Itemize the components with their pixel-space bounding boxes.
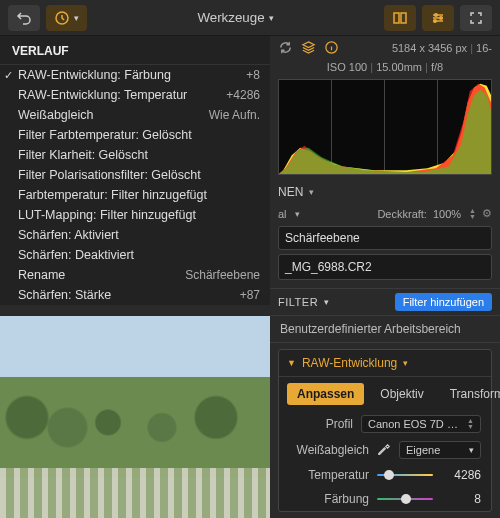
- history-item-value: +87: [240, 288, 260, 302]
- history-item-label: Weißabgleich: [18, 108, 94, 122]
- compare-icon: [392, 10, 408, 26]
- chevron-down-icon[interactable]: ▾: [403, 358, 408, 368]
- add-filter-button[interactable]: Filter hinzufügen: [395, 293, 492, 311]
- history-item-label: Farbtemperatur: Filter hinzugefügt: [18, 188, 207, 202]
- expand-icon: [468, 10, 484, 26]
- image-preview[interactable]: [0, 316, 270, 518]
- history-item-label: RAW-Entwicklung: Temperatur: [18, 88, 187, 102]
- top-toolbar: ▾ Werkzeuge ▾: [0, 0, 500, 36]
- tools-dropdown[interactable]: Werkzeuge ▾: [183, 5, 287, 30]
- tint-row: Färbung 8: [279, 487, 491, 511]
- raw-panel: ▼ RAW-Entwicklung ▾ Anpassen Objektiv Tr…: [278, 349, 492, 512]
- svg-rect-1: [394, 13, 399, 23]
- history-item[interactable]: RAW-Entwicklung: Temperatur+4286: [0, 85, 270, 105]
- tab-adjust[interactable]: Anpassen: [287, 383, 364, 405]
- history-item[interactable]: RAW-Entwicklung: Färbung+8: [0, 65, 270, 85]
- bitdepth-text: 16-: [476, 42, 492, 54]
- wb-value: Eigene: [406, 444, 463, 456]
- temperature-slider[interactable]: [377, 467, 433, 483]
- exif-row: ISO 100 | 15.00mm | f/8: [270, 59, 500, 77]
- refresh-icon[interactable]: [278, 40, 293, 55]
- profile-row: Profil Canon EOS 7D Ca... ▲▼: [279, 411, 491, 437]
- history-title: VERLAUF: [0, 36, 270, 65]
- workspace-row[interactable]: Benutzerdefinierter Arbeitsbereich: [270, 315, 500, 343]
- compare-button[interactable]: [384, 5, 416, 31]
- info-icon[interactable]: [324, 40, 339, 55]
- history-item[interactable]: Schärfen: Deaktiviert: [0, 245, 270, 265]
- svg-point-4: [440, 16, 443, 19]
- chevron-down-icon[interactable]: ▾: [295, 209, 300, 219]
- history-item[interactable]: WeißabgleichWie Aufn.: [0, 105, 270, 125]
- tools-label: Werkzeuge: [197, 10, 264, 25]
- histogram-svg: [279, 80, 491, 174]
- opacity-label: Deckkraft:: [377, 208, 427, 220]
- profile-select[interactable]: Canon EOS 7D Ca... ▲▼: [361, 415, 481, 433]
- chevron-down-icon[interactable]: ▾: [324, 297, 329, 307]
- tint-value: 8: [441, 492, 481, 506]
- aperture-text: f/8: [431, 61, 443, 73]
- layers-section-label: NEN: [278, 185, 303, 199]
- history-item-label: LUT-Mapping: Filter hinzugefügt: [18, 208, 196, 222]
- temperature-value: 4286: [441, 468, 481, 482]
- filename-box[interactable]: _MG_6988.CR2: [278, 254, 492, 280]
- filter-title: FILTER: [278, 296, 318, 308]
- history-item-value: +8: [246, 68, 260, 82]
- wb-select[interactable]: Eigene ▾: [399, 441, 481, 459]
- undo-button[interactable]: [8, 5, 40, 31]
- histogram[interactable]: [278, 79, 492, 175]
- history-item-label: RAW-Entwicklung: Färbung: [18, 68, 171, 82]
- tab-transform[interactable]: Transformi...: [440, 383, 500, 405]
- history-panel: VERLAUF RAW-Entwicklung: Färbung+8RAW-En…: [0, 36, 270, 305]
- profile-label: Profil: [289, 417, 353, 431]
- history-item-label: Filter Polarisationsfilter: Gelöscht: [18, 168, 201, 182]
- history-item[interactable]: Filter Farbtemperatur: Gelöscht: [0, 125, 270, 145]
- history-item-label: Rename: [18, 268, 65, 282]
- profile-value: Canon EOS 7D Ca...: [368, 418, 459, 430]
- layer-name-field[interactable]: [278, 226, 492, 250]
- history-item[interactable]: LUT-Mapping: Filter hinzugefügt: [0, 205, 270, 225]
- tint-slider[interactable]: [377, 491, 433, 507]
- history-item[interactable]: Filter Klarheit: Gelöscht: [0, 145, 270, 165]
- info-row: 5184 x 3456 px | 16-: [270, 36, 500, 59]
- dimensions-text: 5184 x 3456 px: [392, 42, 467, 54]
- sliders-button[interactable]: [422, 5, 454, 31]
- temperature-row: Temperatur 4286: [279, 463, 491, 487]
- history-item[interactable]: Farbtemperatur: Filter hinzugefügt: [0, 185, 270, 205]
- focal-text: 15.00mm: [376, 61, 422, 73]
- undo-icon: [16, 10, 32, 26]
- wb-row: Weißabgleich Eigene ▾: [279, 437, 491, 463]
- svg-rect-2: [401, 13, 406, 23]
- chevron-down-icon: ▾: [269, 13, 274, 23]
- filter-header: FILTER ▾ Filter hinzufügen: [270, 288, 500, 315]
- layer-name-input[interactable]: [278, 226, 492, 250]
- tint-label: Färbung: [289, 492, 369, 506]
- history-item[interactable]: Schärfen: Stärke+87: [0, 285, 270, 305]
- history-item-value: +4286: [226, 88, 260, 102]
- svg-point-5: [434, 19, 437, 22]
- eyedropper-icon[interactable]: [377, 443, 391, 457]
- sliders-icon: [430, 10, 446, 26]
- chevron-down-icon: ▾: [309, 187, 314, 197]
- history-list: RAW-Entwicklung: Färbung+8RAW-Entwicklun…: [0, 65, 270, 305]
- opacity-stepper[interactable]: ▲▼: [469, 208, 476, 220]
- history-item[interactable]: RenameSchärfeebene: [0, 265, 270, 285]
- clock-icon: [54, 10, 70, 26]
- tab-lens[interactable]: Objektiv: [370, 383, 433, 405]
- wb-label: Weißabgleich: [289, 443, 369, 457]
- triangle-down-icon: ▼: [287, 358, 296, 368]
- raw-tabs: Anpassen Objektiv Transformi...: [279, 377, 491, 411]
- history-item-label: Schärfen: Aktiviert: [18, 228, 119, 242]
- layers-icon[interactable]: [301, 40, 316, 55]
- raw-panel-header[interactable]: ▼ RAW-Entwicklung ▾: [279, 350, 491, 377]
- chevron-down-icon: ▾: [74, 13, 79, 23]
- history-item-label: Filter Klarheit: Gelöscht: [18, 148, 148, 162]
- history-item[interactable]: Filter Polarisationsfilter: Gelöscht: [0, 165, 270, 185]
- opacity-value: 100%: [433, 208, 461, 220]
- history-item[interactable]: Schärfen: Aktiviert: [0, 225, 270, 245]
- layers-section-header[interactable]: NEN ▾: [270, 181, 500, 203]
- history-item-value: Schärfeebene: [185, 268, 260, 282]
- gear-icon[interactable]: ⚙: [482, 207, 492, 220]
- blend-label: al: [278, 208, 287, 220]
- history-button[interactable]: ▾: [46, 5, 87, 31]
- fullscreen-button[interactable]: [460, 5, 492, 31]
